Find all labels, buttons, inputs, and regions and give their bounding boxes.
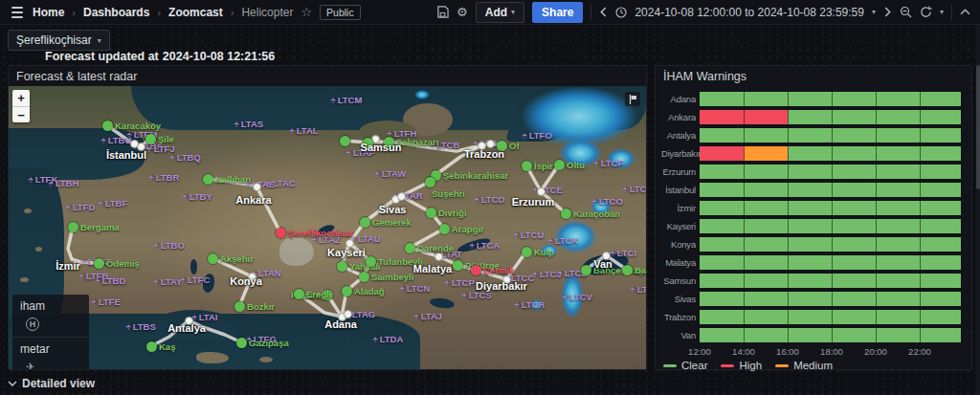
- waypoint-marker[interactable]: [294, 289, 304, 299]
- airport-code-label[interactable]: ✈LTCI: [610, 248, 636, 258]
- refresh-icon[interactable]: [920, 6, 932, 18]
- add-button[interactable]: Add▾: [476, 2, 524, 23]
- legend-item-clear[interactable]: Clear: [663, 360, 707, 371]
- map-canvas[interactable]: + − iham H metar ✈ ✈LTFM✈LTBU✈LTBA✈LTFJ✈…: [9, 86, 646, 369]
- airport-code-label[interactable]: ✈LTBU: [100, 135, 131, 145]
- waypoint-marker[interactable]: [342, 286, 352, 296]
- metar-station-marker[interactable]: [397, 192, 406, 201]
- waypoint-marker[interactable]: [203, 174, 213, 185]
- airport-code-label[interactable]: ✈LTCR: [514, 299, 545, 310]
- metar-station-marker[interactable]: [486, 140, 495, 148]
- airport-code-label[interactable]: ✈LTCV: [562, 292, 592, 302]
- breadcrumb-zoomcast[interactable]: Zoomcast: [168, 6, 223, 19]
- waypoint-marker[interactable]: [94, 258, 104, 269]
- airport-code-label[interactable]: ✈LTBD: [95, 275, 125, 286]
- airport-code-label[interactable]: ✈LTFE: [91, 296, 121, 307]
- metar-station-marker[interactable]: [344, 310, 352, 318]
- warning-segment-clear[interactable]: [700, 165, 961, 179]
- airport-code-label[interactable]: ✈LTCT: [622, 184, 646, 194]
- scrollbar-thumb[interactable]: [976, 65, 980, 189]
- waypoint-marker[interactable]: [145, 134, 156, 144]
- airport-code-label[interactable]: ✈LTBS: [125, 321, 156, 332]
- waypoint-marker[interactable]: [425, 177, 435, 187]
- waypoint-marker[interactable]: [360, 217, 370, 228]
- settings-gear-icon[interactable]: ⚙: [457, 5, 468, 19]
- waypoint-marker[interactable]: [68, 222, 78, 232]
- airport-code-label[interactable]: ✈LTBF: [98, 198, 127, 208]
- warning-segment-clear[interactable]: [700, 292, 961, 306]
- warning-track[interactable]: [700, 165, 961, 179]
- warning-track[interactable]: [700, 255, 961, 270]
- breadcrumb-home[interactable]: Home: [33, 6, 64, 19]
- variable-dropdown[interactable]: Şereflikoçhisar ▾: [8, 30, 110, 51]
- scrollbar[interactable]: [976, 0, 980, 395]
- airport-code-label[interactable]: ✈LTCO: [591, 196, 623, 207]
- waypoint-marker[interactable]: [236, 338, 247, 348]
- warning-track[interactable]: [700, 274, 961, 288]
- airport-code-label[interactable]: ✈LTAY: [153, 276, 182, 287]
- airport-code-label[interactable]: ✈LTCF: [593, 158, 623, 168]
- warning-segment-clear[interactable]: [700, 237, 961, 252]
- metar-station-marker[interactable]: [602, 252, 611, 260]
- airport-code-label[interactable]: ✈LTAL: [289, 125, 319, 136]
- warning-segment-clear[interactable]: [700, 201, 961, 215]
- waypoint-marker[interactable]: [561, 208, 571, 219]
- warning-segment-clear[interactable]: [700, 183, 961, 197]
- breadcrumb-helicopter[interactable]: Helicopter: [241, 6, 293, 19]
- waypoint-marker[interactable]: [522, 247, 532, 257]
- chevron-down-icon[interactable]: ▾: [872, 8, 876, 16]
- airport-code-label[interactable]: ✈LTCW: [630, 284, 646, 295]
- waypoint-marker[interactable]: [146, 341, 157, 352]
- metar-station-marker[interactable]: [537, 187, 546, 196]
- warning-track[interactable]: [700, 237, 961, 252]
- waypoint-marker[interactable]: [359, 272, 369, 282]
- waypoint-marker[interactable]: [405, 243, 415, 253]
- detailed-view-row[interactable]: Detailed view: [8, 377, 95, 390]
- airport-code-label[interactable]: ✈LTAP: [345, 147, 375, 158]
- metar-station-marker[interactable]: [434, 252, 443, 261]
- zoom-out-button[interactable]: −: [12, 106, 30, 122]
- warning-track[interactable]: [700, 146, 961, 161]
- time-forward-icon[interactable]: [883, 7, 892, 17]
- menu-icon[interactable]: [10, 5, 25, 20]
- airport-code-label[interactable]: ✈LTFG: [246, 334, 277, 344]
- warning-segment-clear[interactable]: [700, 92, 961, 106]
- warning-segment-clear[interactable]: [700, 328, 961, 342]
- airport-code-label[interactable]: ✈LTAZ: [311, 234, 341, 245]
- airport-code-label[interactable]: ✈LTCU: [513, 230, 544, 240]
- waypoint-marker[interactable]: [439, 224, 450, 234]
- waypoint-marker[interactable]: [554, 160, 565, 170]
- chevron-down-icon[interactable]: ▾: [940, 8, 944, 16]
- airport-code-label[interactable]: ✈LTCS: [461, 290, 492, 300]
- zoom-in-button[interactable]: +: [12, 90, 30, 106]
- metar-station-marker[interactable]: [137, 143, 145, 151]
- waypoint-marker[interactable]: [426, 208, 436, 218]
- panel-title[interactable]: İHAM Warnings: [656, 66, 971, 87]
- airport-code-label[interactable]: ✈LTFC: [180, 274, 210, 285]
- waypoint-marker[interactable]: [337, 261, 347, 272]
- warning-segment-clear[interactable]: [788, 110, 961, 124]
- legend-item-medium[interactable]: Medium: [775, 360, 833, 371]
- alert-waypoint-marker[interactable]: [471, 265, 481, 275]
- airport-code-label[interactable]: ✈LTDA: [372, 334, 403, 344]
- airport-code-label[interactable]: ✈LTCK: [547, 235, 578, 246]
- airport-code-label[interactable]: ✈LTCP: [444, 277, 475, 288]
- time-back-icon[interactable]: [599, 7, 608, 17]
- warning-segment-high[interactable]: [700, 146, 744, 161]
- airport-code-label[interactable]: ✈LTBR: [148, 172, 179, 183]
- airport-code-label[interactable]: ✈LTCA: [469, 240, 500, 251]
- layer-metar[interactable]: metar ✈: [12, 337, 89, 369]
- warning-track[interactable]: [700, 292, 961, 306]
- waypoint-marker[interactable]: [234, 301, 245, 312]
- map-frames-icon[interactable]: [625, 92, 640, 106]
- warning-segment-clear[interactable]: [700, 128, 961, 143]
- waypoint-marker[interactable]: [323, 290, 333, 300]
- airport-code-label[interactable]: ✈LTCN: [399, 283, 430, 294]
- metar-station-marker[interactable]: [248, 273, 256, 281]
- airport-code-label[interactable]: ✈LTAW: [374, 168, 406, 179]
- waypoint-marker[interactable]: [622, 265, 633, 275]
- airport-code-label[interactable]: ✈LTBY: [182, 191, 212, 202]
- save-dashboard-icon[interactable]: [436, 6, 449, 18]
- zoom-out-time-icon[interactable]: [900, 6, 912, 18]
- waypoint-marker[interactable]: [497, 141, 507, 151]
